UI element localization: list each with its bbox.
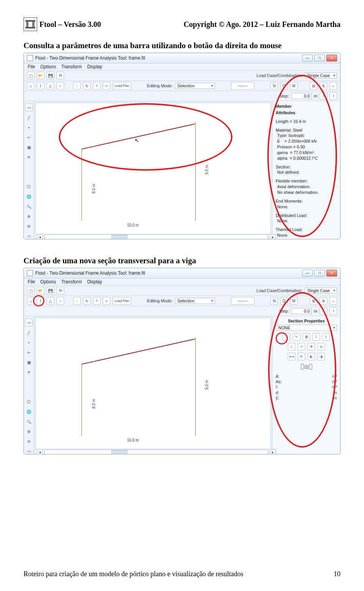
node-tool-icon[interactable]: • [25, 124, 32, 131]
load-dist-icon[interactable]: ⫯ [93, 82, 100, 90]
zoom-icon-2[interactable]: 🔍 [25, 418, 32, 425]
step-mode-2-icon-2[interactable]: ⫲ [329, 307, 337, 315]
pointer-tool-icon[interactable]: ▭ [25, 104, 33, 111]
sec-tog4-icon[interactable]: ◑ [317, 353, 325, 360]
new-icon-2[interactable]: ▢ [27, 287, 35, 294]
world-icon[interactable]: 🌐 [25, 193, 32, 200]
model-canvas[interactable]: ↖ 10.0 m 8.0 m 9.0 m [36, 103, 271, 234]
step-mode-1-icon-2[interactable]: ⫲ [320, 307, 327, 315]
sec-show-icon[interactable]: 👁 [308, 343, 315, 351]
zoom-out-icon[interactable]: ⊖ [25, 223, 32, 229]
delete-tool-icon[interactable]: ✕ [25, 154, 32, 160]
minimize-button[interactable]: — [302, 55, 313, 61]
canvas-hscroll[interactable]: ◂ ▸ [35, 234, 277, 239]
scroll-right-icon[interactable]: ▸ [270, 234, 276, 239]
sec-pick-icon[interactable]: ↗ [298, 343, 305, 351]
load-nodal-icon[interactable]: ↓ [73, 82, 81, 90]
load-nodal-icon-2[interactable]: ↓ [73, 297, 81, 305]
close-button[interactable]: ✕ [326, 55, 337, 61]
sec-tog2-icon[interactable]: ⟳ [298, 353, 305, 360]
sec-imp-icon[interactable]: ⇩ [312, 333, 320, 341]
result-2-icon[interactable]: ⇅ [320, 82, 327, 90]
model-canvas-2[interactable]: 10.0 m 8.0 m 9.0 m [36, 318, 271, 449]
prop-mat-icon[interactable]: ⌂ [27, 82, 35, 90]
menu-display[interactable]: Display [87, 64, 102, 69]
dim-tool-icon-2[interactable]: ⊢ [25, 349, 32, 356]
sec-ren-icon[interactable]: ✎ [293, 333, 300, 341]
grid-tool-icon-2[interactable]: ▦ [25, 359, 32, 366]
close-button-2[interactable]: ✕ [326, 270, 337, 277]
scroll-thumb[interactable] [111, 235, 127, 239]
step-mode-2-icon[interactable]: ⫲ [329, 92, 337, 100]
diagram-n-icon[interactable]: N [270, 82, 278, 90]
load-temp-icon[interactable]: ≈ [103, 82, 110, 90]
zoom-out-icon-2[interactable]: ⊖ [25, 438, 32, 445]
scroll-left-icon[interactable]: ◂ [37, 234, 43, 239]
sec-tog3-icon[interactable]: ◐ [308, 353, 315, 360]
result-2-icon-2[interactable]: ⇅ [320, 297, 327, 305]
fit-icon[interactable]: ▭ [25, 233, 32, 239]
save-icon[interactable]: 💾 [47, 72, 54, 79]
open-icon[interactable]: 📂 [37, 72, 44, 79]
support-icon-2[interactable]: △ [47, 297, 54, 305]
dim-tool-icon[interactable]: ⊢ [25, 134, 32, 141]
load-temp-icon-2[interactable]: ≈ [103, 297, 110, 305]
scroll-right-icon-2[interactable]: ▸ [270, 450, 276, 454]
screen-icon[interactable]: 🖵 [25, 183, 32, 190]
step-input[interactable]: 0.0 [291, 93, 312, 99]
hinge-icon-2[interactable]: ○ [56, 297, 64, 305]
canvas-hscroll-2[interactable]: ◂ ▸ [35, 449, 277, 454]
load-moment-icon-2[interactable]: ↻ [83, 297, 91, 305]
scroll-left-icon-2[interactable]: ◂ [37, 450, 43, 454]
sec-del-icon[interactable]: 🗑 [303, 333, 310, 341]
maximize-button[interactable]: □ [314, 55, 325, 61]
copy-icon-2[interactable]: ⧉ [56, 287, 64, 294]
result-1-icon[interactable]: ⊞ [310, 82, 317, 90]
minimize-button-2[interactable]: — [302, 270, 313, 277]
sec-clear-icon[interactable]: ⊘ [317, 343, 325, 351]
diagram-q-icon-2[interactable]: Q [280, 297, 288, 305]
section-select-none[interactable]: NONE [276, 325, 337, 331]
diagram-n-icon-2[interactable]: N [270, 297, 278, 305]
menu-transform[interactable]: Transform [61, 64, 82, 69]
load-pan-icon-2[interactable]: Load Pan [113, 297, 131, 305]
zoom-in-icon-2[interactable]: ⊕ [25, 428, 32, 435]
fit-icon-2[interactable]: ▭ [25, 448, 32, 454]
line-tool-icon[interactable]: ╱ [25, 114, 32, 121]
screen-icon-2[interactable]: 🖵 [25, 398, 32, 405]
slider-icon-2[interactable]: ─○── [231, 297, 254, 305]
menu-options[interactable]: Options [40, 64, 56, 69]
result-1-icon-2[interactable]: ⊞ [310, 297, 317, 305]
zoom-icon[interactable]: 🔍 [25, 203, 32, 210]
delete-tool-icon-2[interactable]: ✕ [25, 369, 32, 376]
diagram-m-icon[interactable]: M [290, 82, 298, 90]
open-icon-2[interactable]: 📂 [37, 287, 44, 294]
step-input-2[interactable]: 0.0 [291, 308, 312, 314]
load-moment-icon[interactable]: ↻ [83, 82, 91, 90]
step-mode-1-icon[interactable]: ⫲ [320, 92, 327, 100]
grid-tool-icon[interactable]: ▦ [25, 144, 32, 151]
loadcase-select-2[interactable]: Single Case [305, 288, 337, 294]
hinge-icon[interactable]: ○ [56, 82, 64, 90]
menu-options-2[interactable]: Options [40, 279, 56, 284]
sec-exp-icon[interactable]: ⇧ [322, 333, 330, 341]
menu-display-2[interactable]: Display [87, 279, 102, 284]
result-3-icon-2[interactable]: ↔ [329, 297, 337, 305]
copy-icon[interactable]: ⧉ [56, 72, 64, 79]
new-icon[interactable]: ▢ [27, 72, 35, 79]
prop-sec-icon[interactable]: I [37, 82, 44, 90]
menu-transform-2[interactable]: Transform [61, 279, 82, 284]
slider-icon[interactable]: ─○── [231, 82, 254, 90]
result-3-icon[interactable]: ↔ [329, 82, 337, 90]
scroll-thumb-2[interactable] [111, 450, 127, 454]
menu-file-2[interactable]: File [28, 279, 35, 284]
save-icon-2[interactable]: 💾 [47, 287, 54, 294]
editmode-select[interactable]: Selection [175, 83, 215, 89]
editmode-select-2[interactable]: Selection [175, 298, 215, 304]
load-dist-icon-2[interactable]: ⫯ [93, 297, 100, 305]
menu-file[interactable]: File [28, 64, 35, 69]
sec-apply-icon[interactable]: ✓ [288, 343, 295, 351]
zoom-in-icon[interactable]: ⊕ [25, 213, 32, 220]
line-tool-icon-2[interactable]: ╱ [25, 329, 32, 336]
node-tool-icon-2[interactable]: • [25, 339, 32, 346]
